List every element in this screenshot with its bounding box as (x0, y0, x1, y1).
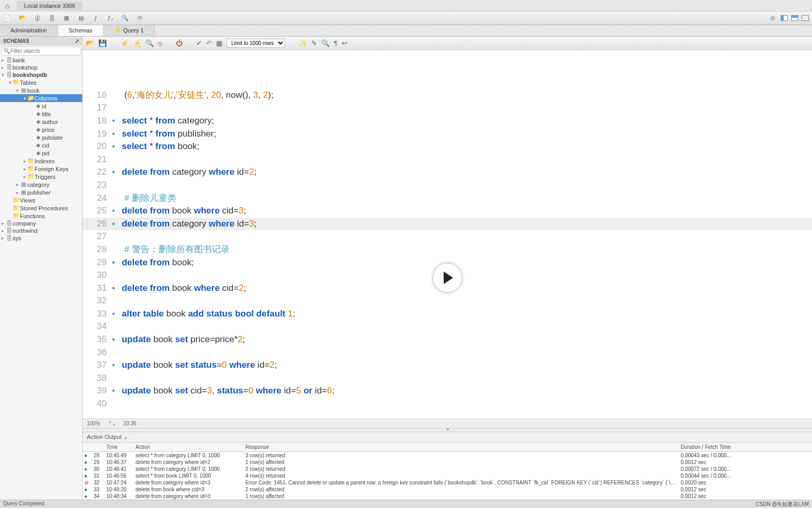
commit-icon[interactable]: ✔ (196, 39, 202, 47)
line-34[interactable]: 34 (83, 320, 812, 333)
splitter-handle[interactable]: •• (83, 428, 812, 432)
tree-columns[interactable]: ▾📁Columns (0, 94, 82, 102)
open-sql-icon[interactable]: 📂 (18, 14, 27, 23)
line-23[interactable]: 23 (83, 179, 812, 192)
new-table-icon[interactable]: ▦ (62, 14, 71, 23)
line-35[interactable]: 35• update book set price=price*2; (83, 333, 812, 346)
admin-tab[interactable]: Administration (0, 25, 58, 36)
tree-cid[interactable]: ◆cid (0, 141, 82, 149)
output-row[interactable]: ●3310:48:20delete from book where cid=32… (83, 486, 812, 493)
reconnect-icon[interactable]: ⟳ (135, 14, 144, 23)
explain-icon[interactable]: 🔍 (145, 39, 154, 47)
tree-title[interactable]: ◆title (0, 110, 82, 118)
tree-pubdate[interactable]: ◆pubdate (0, 133, 82, 141)
tree-bookshop[interactable]: ▸🗄bookshop (0, 64, 82, 71)
tree-foreign_keys[interactable]: ▸📁Foreign Keys (0, 165, 82, 173)
tree-pid[interactable]: ◆pid (0, 149, 82, 157)
toggle-output-icon[interactable] (791, 15, 798, 21)
line-39[interactable]: 39• update book set cid=3, status=0 wher… (83, 385, 812, 398)
new-sql-tab-icon[interactable]: 📄 (3, 14, 13, 23)
save-file-icon[interactable]: 💾 (98, 39, 107, 47)
tree-tables[interactable]: ▾📁Tables (0, 78, 82, 86)
line-33[interactable]: 33• alter table book add status bool def… (83, 308, 812, 321)
toggle-sidebar-icon[interactable] (781, 15, 788, 21)
line-17[interactable]: 17 (83, 101, 812, 115)
new-view-icon[interactable]: ▤ (76, 14, 86, 23)
tree-category[interactable]: ▸▦category (0, 180, 82, 188)
schemas-tab[interactable]: Schemas (58, 25, 104, 36)
tree-publisher[interactable]: ▸▦publisher (0, 188, 82, 196)
new-schema-icon[interactable]: 🗄 (47, 14, 57, 23)
line-37[interactable]: 37• update book set status=0 where id=2; (83, 359, 812, 372)
tree-stored_procs[interactable]: 📁Stored Procedures (0, 204, 82, 212)
find-icon[interactable]: ✎ (311, 39, 317, 47)
collapse-icon[interactable]: ⤢ (75, 38, 79, 44)
search-editor-icon[interactable]: 🔍 (321, 39, 330, 47)
line-32[interactable]: 32 (83, 295, 812, 308)
zoom-stepper[interactable]: ⌃⌄ (108, 421, 116, 426)
line-27[interactable]: 27 (83, 230, 812, 243)
output-row[interactable]: ●3410:48:34delete from category where id… (83, 493, 812, 500)
tree-views[interactable]: 📁Views (0, 196, 82, 204)
sql-editor[interactable]: 16 (6,'海的女儿','安徒生', 20, now(), 3, 2);171… (83, 50, 812, 419)
line-28[interactable]: 28 # 警告：删除所有图书记录 (83, 243, 812, 256)
execute-current-icon[interactable]: ⚡̲ (133, 39, 141, 47)
inspector-icon[interactable]: 🛈 (32, 14, 42, 23)
schema-tree[interactable]: ▸🗄bank▸🗄bookshop▾🗄bookshopdb▾📁Tables▾▦bo… (0, 57, 82, 500)
tree-sys[interactable]: ▸🗄sys (0, 234, 82, 242)
stop-icon[interactable]: ⦸ (158, 39, 162, 48)
query-tab[interactable]: ⚡Query 1 (104, 25, 155, 36)
new-procedure-icon[interactable]: ƒ (91, 14, 100, 23)
beautify-icon[interactable]: ✨ (299, 39, 307, 47)
search-icon[interactable]: 🔍 (120, 14, 130, 23)
filter-input[interactable] (10, 48, 79, 54)
tree-functions[interactable]: 📁Functions (0, 212, 82, 220)
tree-northwind[interactable]: ▸🗄northwind (0, 227, 82, 234)
tree-bank[interactable]: ▸🗄bank (0, 57, 82, 64)
connection-tab[interactable]: Local instance 3306 (17, 1, 83, 10)
line-22[interactable]: 22• delete from category where id=2; (83, 166, 812, 179)
toggle-secondary-icon[interactable] (802, 15, 809, 21)
line-19[interactable]: 19• select * from publisher; (83, 128, 812, 141)
tree-triggers[interactable]: ▸📁Triggers (0, 173, 82, 180)
output-row[interactable]: ●2810:45:49select * from category LIMIT … (83, 452, 812, 459)
limit-select[interactable]: Limit to 1000 rows (227, 39, 285, 48)
bolt-icon: ⚡ (114, 27, 121, 33)
line-21[interactable]: 21 (83, 153, 812, 166)
new-function-icon[interactable]: ƒₓ (106, 14, 115, 23)
dropdown-icon[interactable]: ⌄ (123, 434, 128, 440)
line-18[interactable]: 18• select * from category; (83, 115, 812, 128)
open-file-icon[interactable]: 📂 (86, 39, 94, 47)
wrap-icon[interactable]: ↩ (342, 39, 347, 47)
execute-icon[interactable]: ⚡ (120, 39, 129, 47)
toggle-limit-icon[interactable]: ▦ (216, 39, 222, 47)
tree-id[interactable]: ◆id (0, 102, 82, 110)
line-20[interactable]: 20• select * from book; (83, 140, 812, 153)
schema-sidebar: SCHEMAS⤢ 🔍 ▸🗄bank▸🗄bookshop▾🗄bookshopdb▾… (0, 37, 83, 500)
invisible-icon[interactable]: ¶ (334, 39, 337, 47)
line-16[interactable]: 16 (6,'海的女儿','安徒生', 20, now(), 3, 2); (83, 89, 812, 102)
output-row[interactable]: ●3010:46:41select * from category LIMIT … (83, 466, 812, 472)
dashboard-icon[interactable]: ◎ (768, 14, 777, 23)
play-overlay[interactable] (433, 264, 461, 292)
line-36[interactable]: 36 (83, 346, 812, 359)
tree-author[interactable]: ◆author (0, 118, 82, 126)
line-24[interactable]: 24 # 删除儿童类 (83, 192, 812, 205)
home-icon[interactable]: ⌂ (0, 2, 15, 10)
output-row[interactable]: ⊘3210:47:24delete from category where id… (83, 479, 812, 486)
tree-book[interactable]: ▾▦book (0, 86, 82, 94)
filter-box[interactable]: 🔍 (1, 47, 81, 55)
toggle-autocommit-icon[interactable]: ⏻ (176, 39, 183, 47)
output-row[interactable]: ●3110:46:56select * from book LIMIT 0, 1… (83, 472, 812, 479)
output-row[interactable]: ●2910:46:37delete from category where id… (83, 459, 812, 466)
tree-bookshopdb[interactable]: ▾🗄bookshopdb (0, 71, 82, 78)
tree-indexes[interactable]: ▸📁Indexes (0, 157, 82, 165)
line-40[interactable]: 40 (83, 398, 812, 411)
search-icon: 🔍 (3, 48, 10, 54)
line-38[interactable]: 38 (83, 372, 812, 385)
line-26[interactable]: 26• delete from category where id=3; (83, 218, 812, 231)
line-25[interactable]: 25• delete from book where cid=3; (83, 205, 812, 218)
tree-price[interactable]: ◆price (0, 126, 82, 133)
tree-company[interactable]: ▸🗄company (0, 220, 82, 227)
rollback-icon[interactable]: ↶ (206, 39, 212, 47)
